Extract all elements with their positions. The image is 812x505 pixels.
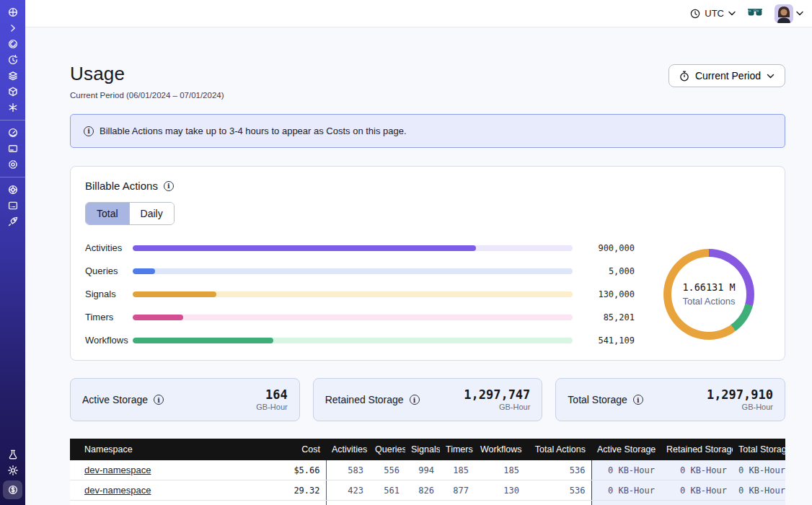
info-icon[interactable]: i [164,181,174,191]
bar-track [133,268,573,274]
value-cell: 536 [369,501,405,505]
timezone-selector[interactable]: UTC [690,8,736,19]
column-header-total-storage: Total Storage [733,439,785,460]
value-cell: 877 [440,480,475,501]
banner-text: Billable Actions may take up to 3-4 hour… [100,126,407,136]
column-header-retained-storage: Retained Storage [661,439,733,460]
column-header-queries: Queries [369,439,405,460]
column-header-timers: Timers [440,439,475,460]
bar-row-timers: Timers85,201 [85,312,635,322]
collapse-chevron-icon[interactable] [0,20,25,36]
namespace-cell: dev-namespace [70,460,250,480]
info-icon[interactable]: i [410,395,420,405]
column-header-activities: Activities [326,439,369,460]
bar-track [133,315,573,320]
column-header-signals: Signals [405,439,440,460]
chevron-down-icon [728,11,736,16]
namespace-usage-table: NamespaceCostActivitiesQueriesSignalsTim… [70,439,785,505]
column-header-cost: Cost [250,439,326,460]
bar-row-activities: Activities900,000 [85,242,635,253]
bar-label: Activities [85,242,133,253]
value-cell: $3.35 [250,501,326,505]
column-header-active-storage: Active Storage [591,439,661,460]
active-storage-card: Active Storage i 164 GB-Hour [70,378,300,421]
billable-chart: Activities900,000Queries5,000Signals130,… [85,242,770,346]
column-header-workflows: Workflows [475,439,525,460]
main-content: Usage Current Period (06/01/2024 – 07/01… [25,28,812,505]
value-cell: 130 [475,480,525,501]
bar-value: 900,000 [583,243,635,253]
value-cell: 561 [369,480,405,501]
total-actions-donut: 1.66131 M Total Actions [663,249,754,340]
info-banner: i Billable Actions may take up to 3-4 ho… [70,114,785,148]
glasses-icon[interactable] [747,9,763,18]
nexus-asterisk-icon[interactable] [0,100,25,115]
bar-fill [133,245,476,251]
temporal-logo-icon[interactable] [0,4,25,20]
current-period-label: Current Period [695,70,761,82]
namespace-link[interactable]: dev-namespace [84,465,151,475]
chevron-down-icon [767,74,775,79]
bar-label: Signals [85,289,133,299]
value-cell: 826 [405,480,440,501]
bar-fill [133,315,183,320]
value-cell: 536 [525,460,591,480]
retained-storage-value: 1,297,747 [464,388,530,403]
current-period-dropdown[interactable]: Current Period [668,64,785,87]
info-icon[interactable]: i [633,395,643,405]
bar-row-workflows: Workflows541,109 [85,335,635,346]
theme-sun-icon[interactable] [0,462,25,478]
table-row: dev-namespace$5.665835569941851855360 KB… [70,460,785,480]
value-cell: 185 [475,460,525,480]
bar-label: Queries [85,265,133,276]
value-cell: 583 [326,460,369,480]
bar-row-queries: Queries5,000 [85,265,635,276]
billable-view-tabs: Total Daily [85,202,175,225]
tab-total[interactable]: Total [86,203,129,224]
bar-fill [133,291,216,297]
table-header-row: NamespaceCostActivitiesQueriesSignalsTim… [70,439,785,460]
namespace-link[interactable]: dev-namespace [84,485,151,496]
value-cell: 600 [475,501,525,505]
column-header-total-actions: Total Actions [525,439,591,460]
namespace-cell: dev-namespace [70,480,250,501]
info-icon[interactable]: i [154,395,164,405]
support-lifebuoy-icon[interactable] [0,182,25,198]
info-icon: i [84,126,94,136]
bar-fill [133,268,155,274]
docs-terminal-icon[interactable] [0,198,25,214]
user-menu[interactable] [775,4,803,23]
tab-daily[interactable]: Daily [129,203,174,224]
top-bar: UTC [25,0,812,27]
user-avatar [775,4,793,23]
billing-card-icon[interactable] [0,141,25,157]
donut-total-label: Total Actions [683,296,736,307]
table-row: dev-namespace29.324235618268771305360 KB… [70,480,785,501]
billable-actions-card: Billable Actions i Total Daily Activitie… [70,166,785,361]
bar-label: Workflows [85,335,133,346]
total-storage-unit: GB-Hour [707,403,773,411]
namespace-cell: dev-namespace [70,501,250,505]
usage-gauge-icon[interactable] [0,125,25,141]
chevron-down-icon [796,11,803,16]
storage-summary-row: Active Storage i 164 GB-Hour Retained St… [70,378,785,421]
value-cell: 0 KB-Hour [661,460,733,480]
schedules-clock-icon[interactable] [0,52,25,68]
bar-value: 85,201 [583,312,635,322]
bar-fill [133,338,273,343]
active-storage-label: Active Storage [82,394,148,405]
value-cell: 0 KB-Hour [591,480,661,501]
value-cell: 0 KB-Hour [661,501,733,505]
layers-stack-icon[interactable] [0,68,25,84]
namespaces-swirl-icon[interactable] [0,36,25,52]
donut-zone: 1.66131 M Total Actions [648,242,770,346]
retained-storage-unit: GB-Hour [464,403,530,411]
labs-flask-icon[interactable] [0,447,25,462]
retained-storage-label: Retained Storage [325,394,404,405]
cube-icon[interactable] [0,84,25,100]
value-cell: 883 [405,501,440,505]
usage-dollar-icon[interactable] [3,480,22,499]
rocket-icon[interactable] [0,214,25,229]
settings-gear-icon[interactable] [0,157,25,172]
value-cell: 994 [405,460,440,480]
